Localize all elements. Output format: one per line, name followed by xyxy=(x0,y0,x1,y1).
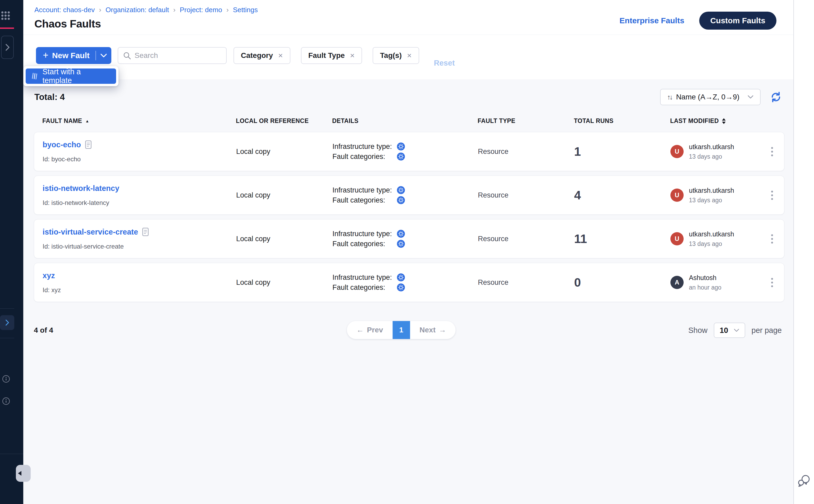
column-total-runs: TOTAL RUNS xyxy=(574,117,670,125)
fault-name-link[interactable]: istio-network-latency xyxy=(43,184,119,193)
breadcrumb-separator: › xyxy=(99,6,101,14)
breadcrumb-account[interactable]: Account: chaos-dev xyxy=(34,6,95,14)
menu-item-start-with-template[interactable]: Start with a template xyxy=(26,68,116,84)
breadcrumb-separator: › xyxy=(173,6,176,14)
fault-id: Id: istio-virtual-service-create xyxy=(43,243,236,250)
table-header-row: FAULT NAME▲ LOCAL OR REFERENCE DETAILS F… xyxy=(34,117,784,125)
row-menu-button[interactable] xyxy=(769,232,776,246)
page-size-select[interactable]: 10 xyxy=(714,323,745,338)
sidebar-divider xyxy=(0,338,14,338)
pagination-range-label: 4 of 4 xyxy=(34,326,53,335)
fault-type-value: Resource xyxy=(478,148,574,156)
infrastructure-type-label: Infrastructure type: xyxy=(332,143,397,151)
breadcrumb-settings[interactable]: Settings xyxy=(233,6,258,14)
fault-name-link[interactable]: xyz xyxy=(43,271,55,280)
reset-filters-button[interactable]: Reset xyxy=(434,59,455,67)
breadcrumb-separator: › xyxy=(226,6,229,14)
fault-type-value: Resource xyxy=(478,235,574,243)
fault-categories-label: Fault categories: xyxy=(332,240,397,248)
custom-faults-button[interactable]: Custom Faults xyxy=(699,12,776,30)
row-menu-button[interactable] xyxy=(769,144,776,159)
filter-fault-type-label: Fault Type xyxy=(308,51,345,60)
fault-type-value: Resource xyxy=(478,191,574,199)
kubernetes-icon xyxy=(397,196,405,204)
column-fault-name[interactable]: FAULT NAME▲ xyxy=(42,117,236,125)
local-or-reference-value: Local copy xyxy=(236,278,332,287)
fault-categories-label: Fault categories: xyxy=(332,283,397,292)
close-icon[interactable]: × xyxy=(407,52,412,59)
fault-type-value: Resource xyxy=(478,278,574,287)
sort-label: Name (A→Z, 0→9) xyxy=(676,93,739,101)
page-title: Chaos Faults xyxy=(34,18,258,30)
enterprise-faults-link[interactable]: Enterprise Faults xyxy=(620,16,684,25)
total-count-label: Total: 4 xyxy=(34,92,65,102)
refresh-button[interactable] xyxy=(770,91,782,103)
close-icon[interactable]: × xyxy=(350,52,355,59)
sidebar-expand-button-lower[interactable] xyxy=(0,315,14,330)
modified-time: 13 days ago xyxy=(689,153,734,160)
avatar: U xyxy=(670,145,684,158)
fault-name-link[interactable]: byoc-echo xyxy=(43,140,81,149)
fault-name-link[interactable]: istio-virtual-service-create xyxy=(43,228,138,236)
toolbar: + New Fault Category × Fault Type × xyxy=(23,35,793,79)
fault-id: Id: byoc-echo xyxy=(43,155,236,163)
column-details: DETAILS xyxy=(332,117,478,125)
template-icon xyxy=(31,72,38,80)
table-row: istio-network-latency Id: istio-network-… xyxy=(34,176,784,215)
sidebar-divider xyxy=(0,454,23,454)
fault-categories-label: Fault categories: xyxy=(332,196,397,204)
next-arrow-icon: → xyxy=(439,326,446,334)
modified-time: an hour ago xyxy=(689,284,721,291)
filter-tags-label: Tag(s) xyxy=(380,51,402,60)
row-menu-button[interactable] xyxy=(769,188,776,203)
sort-direction-icon: ↑↓ xyxy=(667,93,672,101)
column-last-modified[interactable]: LAST MODIFIED xyxy=(670,117,755,125)
menu-item-label: Start with a template xyxy=(42,67,111,85)
chat-help-icon[interactable] xyxy=(798,474,811,488)
info-icon[interactable] xyxy=(2,375,10,383)
filter-tags[interactable]: Tag(s) × xyxy=(373,47,419,64)
row-menu-button[interactable] xyxy=(769,275,776,290)
avatar: A xyxy=(670,276,684,289)
new-fault-button[interactable]: + New Fault xyxy=(36,47,111,64)
sidebar-expand-button[interactable] xyxy=(1,36,14,59)
modified-by-user: utkarsh.utkarsh xyxy=(689,187,734,194)
sidebar-collapse-handle[interactable] xyxy=(16,465,31,482)
search-input[interactable] xyxy=(118,47,227,64)
per-page-label: per page xyxy=(752,326,782,335)
prev-arrow-icon: ← xyxy=(356,326,364,334)
total-runs-value: 11 xyxy=(574,232,670,246)
infrastructure-type-label: Infrastructure type: xyxy=(332,273,397,282)
local-or-reference-value: Local copy xyxy=(236,235,332,243)
sidebar-divider xyxy=(0,308,14,309)
chevron-right-icon xyxy=(4,43,10,51)
refresh-icon xyxy=(770,91,782,103)
fault-id: Id: xyz xyxy=(43,286,236,294)
pagination: 4 of 4 ← Prev 1 Next → Show 10 per page xyxy=(34,321,782,340)
total-runs-value: 0 xyxy=(574,275,670,290)
close-icon[interactable]: × xyxy=(278,52,283,59)
sort-select[interactable]: ↑↓ Name (A→Z, 0→9) xyxy=(660,89,761,105)
show-label: Show xyxy=(688,326,708,335)
filter-fault-type[interactable]: Fault Type × xyxy=(301,47,362,64)
breadcrumb-project[interactable]: Project: demo xyxy=(180,6,222,14)
main-content: Account: chaos-dev › Organization: defau… xyxy=(23,0,793,504)
breadcrumb-organization[interactable]: Organization: default xyxy=(106,6,169,14)
filter-category[interactable]: Category × xyxy=(234,47,290,64)
collapse-left-icon xyxy=(18,471,21,476)
left-nav-rail xyxy=(0,0,23,504)
kubernetes-icon xyxy=(397,273,405,281)
doc-icon xyxy=(142,228,149,236)
current-page-button[interactable]: 1 xyxy=(392,321,410,339)
kubernetes-icon xyxy=(397,143,405,150)
fault-id: Id: istio-network-latency xyxy=(43,199,236,207)
info-icon[interactable] xyxy=(2,397,10,405)
filter-category-label: Category xyxy=(241,51,273,60)
new-fault-caret-button[interactable] xyxy=(96,47,111,64)
kubernetes-icon xyxy=(397,283,405,291)
prev-page-button[interactable]: ← Prev xyxy=(347,321,393,339)
app-grid-icon[interactable] xyxy=(1,11,10,20)
avatar: U xyxy=(670,232,684,245)
next-page-button[interactable]: Next → xyxy=(410,321,456,339)
local-or-reference-value: Local copy xyxy=(236,191,332,199)
